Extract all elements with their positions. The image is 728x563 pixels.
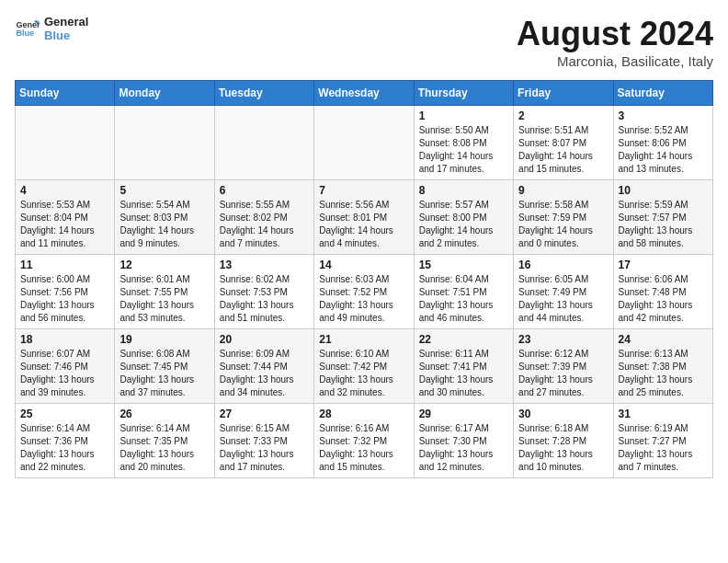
day-number: 23	[518, 333, 608, 346]
day-info: Sunrise: 6:04 AMSunset: 7:51 PMDaylight:…	[419, 273, 508, 325]
day-info: Sunrise: 6:07 AMSunset: 7:46 PMDaylight:…	[20, 348, 109, 399]
col-header-saturday: Saturday	[613, 81, 712, 106]
page-header: General Blue General Blue August 2024 Ma…	[15, 15, 713, 69]
day-number: 4	[20, 184, 109, 197]
day-cell: 14Sunrise: 6:03 AMSunset: 7:52 PMDayligh…	[314, 255, 414, 329]
day-number: 3	[619, 109, 708, 122]
day-info: Sunrise: 5:50 AMSunset: 8:08 PMDaylight:…	[419, 124, 508, 176]
day-cell: 27Sunrise: 6:15 AMSunset: 7:33 PMDayligh…	[214, 404, 313, 478]
day-cell	[214, 106, 313, 180]
day-cell: 4Sunrise: 5:53 AMSunset: 8:04 PMDaylight…	[16, 180, 115, 255]
day-cell: 18Sunrise: 6:07 AMSunset: 7:46 PMDayligh…	[16, 329, 115, 404]
day-info: Sunrise: 6:11 AMSunset: 7:41 PMDaylight:…	[419, 348, 508, 399]
logo-icon: General Blue	[15, 16, 40, 41]
day-number: 27	[220, 408, 309, 420]
day-number: 16	[518, 259, 608, 271]
day-cell: 16Sunrise: 6:05 AMSunset: 7:49 PMDayligh…	[514, 255, 613, 329]
day-number: 11	[20, 259, 109, 271]
title-block: August 2024 Marconia, Basilicate, Italy	[517, 15, 713, 69]
day-number: 31	[619, 408, 708, 420]
day-cell: 29Sunrise: 6:17 AMSunset: 7:30 PMDayligh…	[414, 404, 513, 478]
day-info: Sunrise: 6:02 AMSunset: 7:53 PMDaylight:…	[220, 273, 309, 325]
col-header-wednesday: Wednesday	[314, 81, 414, 106]
day-number: 30	[518, 408, 608, 420]
day-info: Sunrise: 5:58 AMSunset: 7:59 PMDaylight:…	[518, 199, 608, 250]
day-info: Sunrise: 6:03 AMSunset: 7:52 PMDaylight:…	[319, 273, 408, 325]
day-info: Sunrise: 6:10 AMSunset: 7:42 PMDaylight:…	[319, 348, 408, 399]
day-cell	[16, 106, 115, 180]
day-info: Sunrise: 6:17 AMSunset: 7:30 PMDaylight:…	[419, 422, 508, 474]
day-cell: 2Sunrise: 5:51 AMSunset: 8:07 PMDaylight…	[514, 106, 613, 180]
day-info: Sunrise: 5:53 AMSunset: 8:04 PMDaylight:…	[20, 199, 109, 250]
day-info: Sunrise: 5:56 AMSunset: 8:01 PMDaylight:…	[319, 199, 408, 250]
col-header-tuesday: Tuesday	[214, 81, 313, 106]
day-cell: 30Sunrise: 6:18 AMSunset: 7:28 PMDayligh…	[514, 404, 613, 478]
day-info: Sunrise: 5:55 AMSunset: 8:02 PMDaylight:…	[220, 199, 309, 250]
day-info: Sunrise: 6:14 AMSunset: 7:36 PMDaylight:…	[20, 422, 109, 474]
day-number: 7	[319, 184, 408, 197]
day-info: Sunrise: 6:09 AMSunset: 7:44 PMDaylight:…	[220, 348, 309, 399]
day-info: Sunrise: 6:01 AMSunset: 7:55 PMDaylight:…	[119, 273, 209, 325]
day-number: 29	[419, 408, 508, 420]
day-cell: 28Sunrise: 6:16 AMSunset: 7:32 PMDayligh…	[314, 404, 414, 478]
week-row-1: 1Sunrise: 5:50 AMSunset: 8:08 PMDaylight…	[16, 106, 713, 180]
day-cell: 21Sunrise: 6:10 AMSunset: 7:42 PMDayligh…	[314, 329, 414, 404]
day-number: 25	[20, 408, 109, 420]
day-info: Sunrise: 5:57 AMSunset: 8:00 PMDaylight:…	[419, 199, 508, 250]
day-info: Sunrise: 5:59 AMSunset: 7:57 PMDaylight:…	[619, 199, 708, 250]
day-number: 20	[220, 333, 309, 346]
location-subtitle: Marconia, Basilicate, Italy	[517, 53, 713, 69]
day-number: 8	[419, 184, 508, 197]
day-cell	[115, 106, 214, 180]
day-cell: 11Sunrise: 6:00 AMSunset: 7:56 PMDayligh…	[16, 255, 115, 329]
week-row-2: 4Sunrise: 5:53 AMSunset: 8:04 PMDaylight…	[16, 180, 713, 255]
svg-text:Blue: Blue	[16, 29, 34, 38]
day-info: Sunrise: 6:14 AMSunset: 7:35 PMDaylight:…	[119, 422, 209, 474]
day-cell: 19Sunrise: 6:08 AMSunset: 7:45 PMDayligh…	[115, 329, 214, 404]
day-cell: 6Sunrise: 5:55 AMSunset: 8:02 PMDaylight…	[214, 180, 313, 255]
day-cell: 12Sunrise: 6:01 AMSunset: 7:55 PMDayligh…	[115, 255, 214, 329]
day-number: 24	[619, 333, 708, 346]
day-cell: 17Sunrise: 6:06 AMSunset: 7:48 PMDayligh…	[613, 255, 712, 329]
day-cell	[314, 106, 414, 180]
col-header-sunday: Sunday	[16, 81, 115, 106]
day-number: 13	[220, 259, 309, 271]
week-row-3: 11Sunrise: 6:00 AMSunset: 7:56 PMDayligh…	[16, 255, 713, 329]
day-cell: 13Sunrise: 6:02 AMSunset: 7:53 PMDayligh…	[214, 255, 313, 329]
col-header-monday: Monday	[115, 81, 214, 106]
day-number: 21	[319, 333, 408, 346]
day-number: 9	[518, 184, 608, 197]
day-number: 17	[619, 259, 708, 271]
day-number: 6	[220, 184, 309, 197]
day-info: Sunrise: 6:19 AMSunset: 7:27 PMDaylight:…	[619, 422, 708, 474]
day-info: Sunrise: 6:05 AMSunset: 7:49 PMDaylight:…	[518, 273, 608, 325]
day-cell: 10Sunrise: 5:59 AMSunset: 7:57 PMDayligh…	[613, 180, 712, 255]
day-cell: 5Sunrise: 5:54 AMSunset: 8:03 PMDaylight…	[115, 180, 214, 255]
day-cell: 23Sunrise: 6:12 AMSunset: 7:39 PMDayligh…	[514, 329, 613, 404]
day-info: Sunrise: 6:13 AMSunset: 7:38 PMDaylight:…	[619, 348, 708, 399]
day-number: 22	[419, 333, 508, 346]
day-cell: 20Sunrise: 6:09 AMSunset: 7:44 PMDayligh…	[214, 329, 313, 404]
day-info: Sunrise: 6:12 AMSunset: 7:39 PMDaylight:…	[518, 348, 608, 399]
day-info: Sunrise: 5:54 AMSunset: 8:03 PMDaylight:…	[119, 199, 209, 250]
day-number: 15	[419, 259, 508, 271]
col-header-thursday: Thursday	[414, 81, 513, 106]
day-cell: 7Sunrise: 5:56 AMSunset: 8:01 PMDaylight…	[314, 180, 414, 255]
day-cell: 25Sunrise: 6:14 AMSunset: 7:36 PMDayligh…	[16, 404, 115, 478]
day-info: Sunrise: 6:15 AMSunset: 7:33 PMDaylight:…	[220, 422, 309, 474]
week-row-4: 18Sunrise: 6:07 AMSunset: 7:46 PMDayligh…	[16, 329, 713, 404]
month-year-title: August 2024	[517, 15, 713, 53]
day-number: 28	[319, 408, 408, 420]
week-row-5: 25Sunrise: 6:14 AMSunset: 7:36 PMDayligh…	[16, 404, 713, 478]
day-cell: 8Sunrise: 5:57 AMSunset: 8:00 PMDaylight…	[414, 180, 513, 255]
day-cell: 24Sunrise: 6:13 AMSunset: 7:38 PMDayligh…	[613, 329, 712, 404]
day-number: 1	[419, 109, 508, 122]
day-cell: 22Sunrise: 6:11 AMSunset: 7:41 PMDayligh…	[414, 329, 513, 404]
day-number: 14	[319, 259, 408, 271]
logo: General Blue General Blue	[15, 15, 88, 42]
calendar-table: SundayMondayTuesdayWednesdayThursdayFrid…	[15, 80, 713, 478]
day-info: Sunrise: 6:16 AMSunset: 7:32 PMDaylight:…	[319, 422, 408, 474]
day-cell: 26Sunrise: 6:14 AMSunset: 7:35 PMDayligh…	[115, 404, 214, 478]
day-number: 12	[119, 259, 209, 271]
day-number: 2	[518, 109, 608, 122]
